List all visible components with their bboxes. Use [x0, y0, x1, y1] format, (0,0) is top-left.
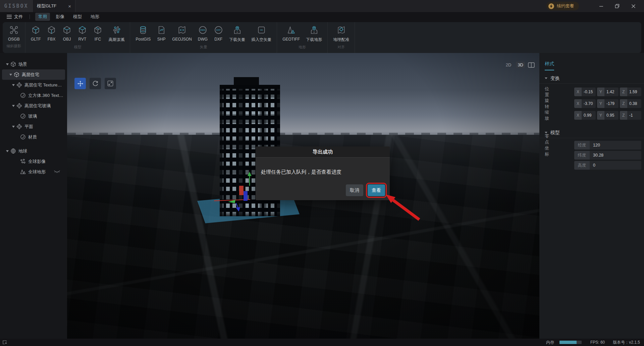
- expand-arrow-icon[interactable]: [11, 105, 16, 107]
- toolbar-button-georeference[interactable]: 地理配准: [330, 25, 352, 43]
- tree-item-scene[interactable]: 场景: [2, 59, 65, 69]
- field-chip: 纬度: [574, 151, 590, 160]
- toolbar-button-shp[interactable]: SHP: [154, 25, 169, 43]
- file-menu-button[interactable]: 文件: [7, 14, 23, 20]
- document-tab[interactable]: 模型GLTF ×: [33, 0, 75, 12]
- toolbar-group-oblique: OSGB 倾斜摄影: [3, 22, 25, 53]
- height-field[interactable]: 高度 0: [574, 161, 641, 170]
- scale-x-field[interactable]: X 0.99: [574, 111, 596, 120]
- close-button[interactable]: [625, 0, 641, 12]
- panel-toggle-icon[interactable]: [2, 340, 7, 345]
- tree-item-global-terrain[interactable]: 全球地形: [2, 167, 65, 177]
- longitude-field[interactable]: 经度 120: [574, 141, 641, 150]
- toolbar-button-geojson[interactable]: GEOJSON: [169, 25, 195, 43]
- toolbar-button-postgis[interactable]: PostGIS: [133, 25, 153, 43]
- model-section-header[interactable]: 模型: [539, 127, 644, 138]
- cube-icon: [47, 25, 56, 35]
- toolbar-button-obj[interactable]: OBJ: [59, 25, 74, 43]
- tree-item-cube-texture[interactable]: 立方体.360 Text…: [2, 90, 65, 101]
- expand-arrow-icon[interactable]: [5, 63, 10, 65]
- position-y-field[interactable]: Y 1.42: [597, 88, 619, 96]
- expand-arrow-icon[interactable]: [11, 84, 16, 86]
- value[interactable]: 0.38: [627, 99, 641, 108]
- style-panel: 样式 变换 位置 X -0.15 Y 1.42 Z 1.59 旋转 X: [539, 53, 644, 339]
- minimize-button[interactable]: [593, 0, 609, 12]
- rotation-x-field[interactable]: X -3.70: [574, 99, 596, 108]
- square-minus-icon: [257, 25, 266, 35]
- tree-item-plane[interactable]: 平面: [2, 121, 65, 132]
- toolbar-button-fbx[interactable]: FBX: [44, 25, 59, 43]
- scale-y-field[interactable]: Y 0.95: [597, 111, 619, 120]
- dialog-footer: 取消 查看: [346, 184, 385, 196]
- ribbon-tab-imagery[interactable]: 影像: [53, 13, 67, 21]
- toolbar-button-dwg[interactable]: DWG DWG: [195, 25, 210, 43]
- value[interactable]: 1.59: [627, 88, 641, 96]
- move-tool-button[interactable]: [74, 78, 86, 89]
- tree-item-building[interactable]: 高层住宅: [2, 69, 65, 80]
- cancel-button[interactable]: 取消: [346, 184, 363, 196]
- toolbar-button-label: 地理配准: [333, 37, 349, 43]
- value[interactable]: 30.28: [590, 151, 641, 160]
- tab-close-icon[interactable]: ×: [68, 4, 71, 9]
- mode-3d-button[interactable]: 3D: [516, 62, 525, 68]
- latitude-field[interactable]: 纬度 30.28: [574, 151, 641, 160]
- lightning-icon: [548, 3, 554, 9]
- value[interactable]: -3.70: [582, 99, 596, 108]
- toolbar-button-gltf[interactable]: GLTF: [28, 25, 44, 43]
- value[interactable]: 120: [590, 141, 641, 150]
- view-progress-button[interactable]: 查看: [368, 184, 385, 196]
- zoom-fit-button[interactable]: [105, 78, 116, 89]
- ribbon-toolbar: OSGB 倾斜摄影 GLTF FB: [3, 22, 641, 53]
- tree-item-building-glass[interactable]: 高层住宅玻璃: [2, 101, 65, 111]
- value[interactable]: 1.42: [604, 88, 619, 96]
- value[interactable]: 0.99: [582, 111, 596, 120]
- tree-item-material[interactable]: 材质: [2, 132, 65, 142]
- toolbar-button-geotiff[interactable]: GEOTIFF: [280, 25, 303, 43]
- move-icon: [77, 80, 84, 87]
- restore-button[interactable]: [609, 0, 625, 12]
- expand-arrow-icon[interactable]: [11, 126, 16, 128]
- ribbon-tab-common[interactable]: 常用: [35, 13, 50, 21]
- toolbar-button-label: RVT: [78, 37, 87, 42]
- split-view-icon[interactable]: [528, 62, 535, 68]
- expand-arrow-icon[interactable]: [5, 150, 10, 152]
- toolbar-button-insert-empty-vector[interactable]: 插入空矢量: [249, 25, 274, 43]
- visibility-hidden-icon[interactable]: [54, 170, 60, 174]
- tree-item-global-imagery[interactable]: 全球影像: [2, 156, 65, 167]
- transform-section-header[interactable]: 变换: [539, 73, 644, 84]
- value[interactable]: 0.95: [604, 111, 619, 120]
- ribbon-tab-terrain[interactable]: 地形: [88, 13, 102, 21]
- rotate-tool-button[interactable]: [90, 78, 101, 89]
- toolbar-button-download-vector[interactable]: 下载矢量: [226, 25, 248, 43]
- cube-icon: [14, 72, 19, 77]
- toolbar-button-ifc[interactable]: IFC: [90, 25, 105, 43]
- tree-item-building-texture[interactable]: 高层住宅 Texture…: [2, 80, 65, 90]
- expand-arrow-icon[interactable]: [8, 74, 13, 76]
- toolbar-group-vector: PostGIS SHP GEOJSON: [130, 22, 277, 53]
- position-z-field[interactable]: Z 1.59: [620, 88, 641, 96]
- value[interactable]: -179: [604, 99, 619, 108]
- value[interactable]: -1: [627, 111, 641, 120]
- position-x-field[interactable]: X -0.15: [574, 88, 596, 96]
- value[interactable]: -0.15: [582, 88, 596, 96]
- mode-2d-button[interactable]: 2D: [504, 62, 513, 68]
- ribbon-tab-model[interactable]: 模型: [70, 13, 85, 21]
- rotation-y-field[interactable]: Y -179: [597, 99, 619, 108]
- tree-item-label: 平面: [24, 124, 33, 130]
- toolbar-button-download-terrain[interactable]: 下载地形: [303, 25, 325, 43]
- fps-indicator: FPS: 60: [590, 340, 605, 345]
- tab-style[interactable]: 样式: [545, 61, 554, 70]
- tree-item-earth[interactable]: 地球: [2, 146, 65, 156]
- rotation-z-field[interactable]: Z 0.38: [620, 99, 641, 108]
- tree-item-label: 玻璃: [28, 113, 37, 119]
- tree-item-glass[interactable]: 玻璃: [2, 111, 65, 121]
- renew-plan-button[interactable]: 续约套餐: [546, 2, 579, 10]
- toolbar-button-gaussian-splat[interactable]: 高斯泼溅: [106, 25, 127, 43]
- scale-z-field[interactable]: Z -1: [620, 111, 641, 120]
- toolbar-button-osgb[interactable]: OSGB: [5, 25, 22, 42]
- value[interactable]: 0: [590, 161, 641, 170]
- row-label: 零点坐标: [545, 133, 549, 157]
- map-code-icon: [177, 25, 186, 35]
- toolbar-button-dxf[interactable]: DXF DXF: [211, 25, 226, 43]
- toolbar-button-rvt[interactable]: RVT: [75, 25, 90, 43]
